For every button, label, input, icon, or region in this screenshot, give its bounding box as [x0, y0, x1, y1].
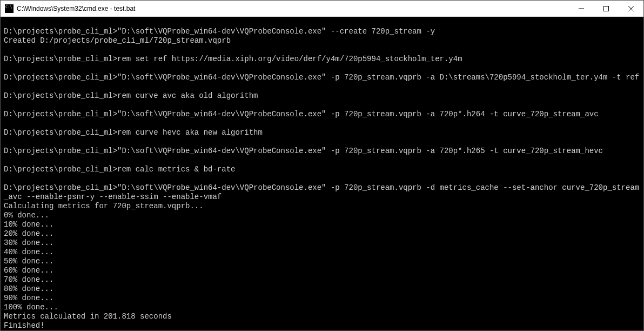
terminal-line: 20% done... [4, 229, 640, 239]
terminal-line [4, 64, 640, 73]
terminal-line: Calculating metrics for 720p_stream.vqpr… [4, 202, 640, 211]
terminal-output[interactable]: D:\projects\probe_cli_ml>"D:\soft\VQProb… [1, 17, 643, 330]
terminal-line [4, 156, 640, 165]
terminal-line: D:\projects\probe_cli_ml>rem curve avc a… [4, 91, 640, 101]
terminal-line: 50% done... [4, 257, 640, 266]
terminal-line: D:\projects\probe_cli_ml>rem curve hevc … [4, 128, 640, 137]
window-title: C:\Windows\System32\cmd.exe - test.bat [17, 5, 569, 12]
terminal-line: 80% done... [4, 284, 640, 294]
cmd-icon [5, 4, 14, 13]
terminal-line: 40% done... [4, 248, 640, 257]
terminal-line: Metrics calculated in 201.818 seconds [4, 312, 640, 321]
terminal-line: D:\projects\probe_cli_ml>"D:\soft\VQProb… [4, 147, 640, 156]
terminal-line: D:\projects\probe_cli_ml>"D:\soft\VQProb… [4, 183, 640, 202]
titlebar[interactable]: C:\Windows\System32\cmd.exe - test.bat [1, 1, 643, 17]
terminal-line [4, 174, 640, 183]
terminal-line: 90% done... [4, 294, 640, 303]
terminal-line: 30% done... [4, 239, 640, 248]
terminal-line: 60% done... [4, 266, 640, 275]
window-controls [569, 1, 643, 16]
terminal-line [4, 101, 640, 110]
terminal-line [4, 119, 640, 128]
terminal-line: D:\projects\probe_cli_ml>rem set ref htt… [4, 55, 640, 64]
terminal-line [4, 45, 640, 55]
terminal-line [4, 137, 640, 147]
cmd-window: C:\Windows\System32\cmd.exe - test.bat D… [0, 0, 644, 331]
terminal-line: D:\projects\probe_cli_ml>"D:\soft\VQProb… [4, 73, 640, 82]
terminal-line: D:\projects\probe_cli_ml>rem calc metric… [4, 165, 640, 174]
terminal-line: D:\projects\probe_cli_ml>"D:\soft\VQProb… [4, 110, 640, 119]
terminal-line: 10% done... [4, 220, 640, 229]
terminal-line [4, 82, 640, 91]
terminal-line [4, 18, 640, 27]
svg-rect-1 [604, 6, 609, 11]
minimize-button[interactable] [569, 1, 594, 16]
terminal-line: 100% done... [4, 303, 640, 312]
close-button[interactable] [619, 1, 643, 16]
maximize-button[interactable] [594, 1, 619, 16]
terminal-line: Created D:/projects/probe_cli_ml/720p_st… [4, 36, 640, 45]
terminal-line: 70% done... [4, 275, 640, 284]
terminal-line: D:\projects\probe_cli_ml>"D:\soft\VQProb… [4, 27, 640, 36]
terminal-line: Finished! [4, 321, 640, 330]
terminal-line: 0% done... [4, 211, 640, 220]
